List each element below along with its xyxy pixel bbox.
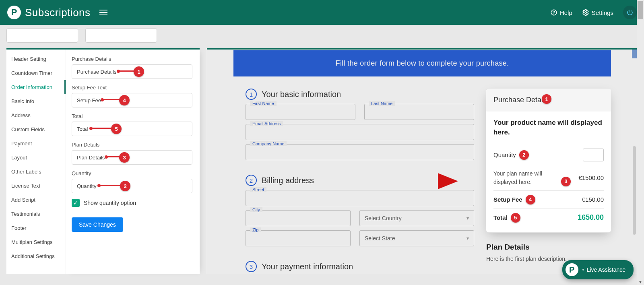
nav-additional-settings[interactable]: Additional Settings [6, 249, 66, 263]
total-value: 1650.00 [578, 213, 604, 222]
preview-banner: Fill the order form below to complete yo… [233, 50, 611, 76]
quantity-input[interactable] [72, 179, 192, 193]
nav-testimonials[interactable]: Testimonials [6, 207, 66, 221]
show-quantity-label: Show quantity option [84, 200, 136, 206]
gear-icon [582, 9, 589, 16]
quantity-label: Quantity [72, 170, 192, 176]
plan-details-input[interactable] [72, 150, 192, 165]
purchase-details-box: Purchase Details 1 Your product name wil… [486, 89, 611, 232]
plan-name-text: Your plan name will displayed here. [493, 169, 558, 186]
annotation-dot-1 [117, 70, 120, 73]
nav-payment[interactable]: Payment [6, 136, 66, 151]
plan-details-heading: Plan Details [486, 243, 611, 252]
last-name-input[interactable]: Last Name [364, 104, 474, 120]
left-panel: Header Setting Countdown Timer Order Inf… [6, 48, 200, 274]
annotation-badge-3: 3 [119, 152, 130, 163]
step-3-circle: 3 [246, 261, 257, 272]
order-info-form: Purchase Details 1 Setup Fee Text 4 Tota… [66, 50, 200, 274]
preview-badge-3: 3 [561, 177, 571, 186]
nav-order-information[interactable]: Order Information [6, 80, 66, 94]
quantity-text: Quantity [493, 151, 516, 158]
company-input[interactable]: Company Name [246, 144, 474, 160]
help-label: Help [560, 9, 572, 16]
help-icon [550, 9, 557, 16]
live-assistance-pill[interactable]: P • Live Assistance [562, 260, 634, 279]
config-sidebar: Header Setting Countdown Timer Order Inf… [6, 50, 66, 274]
zip-label: Zip [250, 227, 261, 232]
setup-fee-price: €150.00 [582, 196, 604, 203]
annotation-line-2 [100, 185, 121, 186]
street-input[interactable]: Street [246, 190, 474, 206]
first-name-input[interactable]: First Name [246, 104, 355, 120]
nav-countdown-timer[interactable]: Countdown Timer [6, 66, 66, 80]
nav-layout[interactable]: Layout [6, 151, 66, 165]
preview-badge-5: 5 [511, 213, 520, 223]
city-label: City [250, 207, 262, 212]
svg-point-1 [553, 14, 554, 14]
setup-fee-input[interactable] [72, 93, 192, 107]
annotation-badge-5: 5 [111, 124, 122, 134]
step-3-title: Your payment information [262, 262, 353, 271]
step-1-title: Your basic information [262, 90, 341, 99]
top-filter-1[interactable] [6, 28, 78, 43]
annotation-line-4 [103, 99, 120, 100]
annotation-dot-4 [101, 98, 104, 101]
email-label: Email Address [250, 121, 283, 126]
company-label: Company Name [250, 141, 287, 146]
step-1-circle: 1 [246, 89, 257, 100]
purchase-details-input[interactable] [72, 64, 192, 79]
power-icon [626, 9, 634, 16]
show-quantity-checkbox[interactable]: ✓ [72, 199, 80, 207]
nav-add-script[interactable]: Add Script [6, 193, 66, 207]
purchase-details-label: Purchase Details [72, 56, 192, 62]
setup-fee-text: Setup Fee [493, 196, 522, 203]
purchase-details-heading: Purchase Details 1 [486, 89, 611, 112]
nav-license-text[interactable]: License Text [6, 179, 66, 193]
save-changes-button[interactable]: Save Changes [72, 217, 123, 232]
nav-address[interactable]: Address [6, 108, 66, 122]
preview-scrollbar[interactable] [633, 146, 636, 235]
annotation-dot-5 [89, 127, 93, 130]
hamburger-menu-icon[interactable] [99, 8, 107, 17]
preview-panel: Fill the order form below to complete yo… [207, 48, 638, 274]
state-select[interactable]: Select State▾ [359, 230, 474, 246]
total-label: Total [72, 113, 192, 119]
annotation-line-3 [107, 156, 120, 157]
chevron-down-icon: ▾ [466, 235, 469, 241]
annotation-badge-1: 1 [134, 66, 144, 77]
nav-footer[interactable]: Footer [6, 221, 66, 235]
power-button[interactable] [623, 6, 637, 19]
annotation-dot-3 [105, 155, 108, 159]
live-assistance-logo: P [566, 263, 578, 276]
nav-header-setting[interactable]: Header Setting [6, 52, 66, 66]
first-name-label: First Name [250, 101, 277, 106]
email-input[interactable]: Email Address [246, 124, 474, 140]
country-placeholder: Select Country [365, 215, 402, 221]
chevron-down-icon: ▾ [466, 215, 469, 221]
top-filter-2[interactable] [85, 28, 157, 43]
step-2-title: Billing address [262, 176, 314, 185]
nav-multiplan-settings[interactable]: Multiplan Settings [6, 235, 66, 249]
quantity-stepper[interactable] [583, 149, 604, 161]
last-name-label: Last Name [369, 101, 395, 106]
country-select[interactable]: Select Country▾ [359, 210, 474, 226]
logo-badge: P [7, 6, 21, 19]
total-text: Total [493, 214, 508, 221]
plan-price: €1500.00 [578, 174, 604, 181]
svg-point-2 [585, 12, 587, 14]
help-button[interactable]: Help [550, 9, 572, 16]
settings-label: Settings [592, 9, 613, 16]
preview-badge-2: 2 [519, 150, 529, 160]
nav-other-labels[interactable]: Other Labels [6, 165, 66, 179]
nav-custom-fields[interactable]: Custom Fields [6, 122, 66, 136]
nav-basic-info[interactable]: Basic Info [6, 94, 66, 108]
page-scrollbar[interactable]: ▼ [637, 0, 644, 285]
settings-button[interactable]: Settings [582, 9, 613, 16]
state-placeholder: Select State [365, 235, 395, 242]
annotation-line-1 [119, 70, 134, 72]
zip-input[interactable]: Zip [246, 230, 351, 246]
product-name-text: Your product name will displayed here. [493, 118, 604, 137]
city-input[interactable]: City [246, 210, 351, 226]
annotation-badge-4: 4 [119, 95, 130, 105]
preview-badge-4: 4 [526, 195, 535, 204]
